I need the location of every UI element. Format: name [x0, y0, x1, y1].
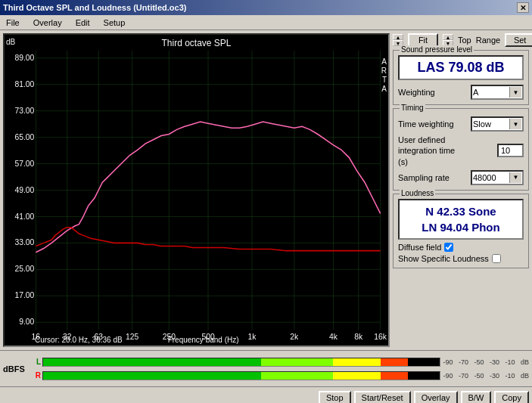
specific-loudness-label: Show Specific Loudness: [398, 254, 489, 263]
meter-seg-red-L: [381, 358, 409, 366]
meter-row-R: R -90 -70 -50 -30 -10 dB: [30, 370, 529, 382]
svg-text:1k: 1k: [247, 333, 257, 341]
loudness-line2: LN 94.04 Phon: [406, 219, 516, 235]
svg-text:81.00: 81.00: [14, 80, 34, 88]
loudness-line1: N 42.33 Sone: [406, 203, 516, 219]
svg-text:17.00: 17.00: [14, 291, 34, 299]
menu-bar: File Overlay Edit Setup: [0, 15, 532, 30]
integration-input[interactable]: [497, 144, 524, 157]
freq-label: Frequency band (Hz): [168, 336, 239, 344]
range-spin-up[interactable]: ▲: [443, 34, 453, 40]
chart-svg: 89.00 81.00 73.00 65.00 57.00 49.00 41.0…: [5, 35, 388, 346]
svg-text:2k: 2k: [290, 333, 299, 341]
menu-file[interactable]: File: [3, 17, 23, 28]
spl-panel-label: Sound pressure level: [400, 45, 474, 54]
chart-area: dB Third octave SPL ARTA: [3, 33, 390, 347]
menu-edit[interactable]: Edit: [73, 17, 93, 28]
time-weighting-row: Time weighting Slow ▼: [398, 116, 524, 132]
svg-text:16k: 16k: [374, 333, 387, 341]
loudness-panel-label: Loudness: [400, 189, 435, 197]
svg-text:25.00: 25.00: [14, 265, 34, 273]
meter-seg-green-R: [43, 372, 261, 380]
menu-overlay[interactable]: Overlay: [30, 17, 65, 28]
svg-text:9.00: 9.00: [19, 318, 34, 326]
window-title: Third Octave SPL and Loudness (Untitled.…: [3, 3, 186, 12]
dbfs-label: dBFS: [3, 364, 26, 374]
weighting-row: Weighting A ▼: [398, 85, 524, 100]
weighting-arrow[interactable]: ▼: [509, 87, 521, 98]
loudness-display: N 42.33 Sone LN 94.04 Phon: [398, 199, 524, 240]
meter-channel-R: R: [30, 371, 41, 380]
svg-text:4k: 4k: [329, 333, 338, 341]
svg-text:33.00: 33.00: [14, 238, 34, 246]
menu-setup[interactable]: Setup: [101, 17, 129, 28]
meters-container: L -90 -70 -50 -30 -10 dB R: [30, 356, 529, 382]
right-panel: ▲ ▼ Fit ▲ ▼ Top Range Set Sound pressure…: [390, 30, 532, 350]
meter-db-scale-R: -90 -70 -50 -30 -10 dB: [443, 372, 529, 380]
action-buttons: Stop Start/Reset Overlay B/W Copy: [0, 386, 532, 403]
top-label: Top: [458, 36, 471, 45]
close-button[interactable]: ✕: [517, 2, 529, 13]
meter-row-L: L -90 -70 -50 -30 -10 dB: [30, 356, 529, 368]
timing-panel-label: Timing: [400, 104, 425, 112]
overlay-button[interactable]: Overlay: [414, 391, 458, 404]
integration-row: User defined integration time (s): [398, 135, 524, 167]
sampling-label: Sampling rate: [398, 173, 450, 182]
loudness-panel: Loudness N 42.33 Sone LN 94.04 Phon Diff…: [393, 194, 529, 268]
integration-label: User defined integration time (s): [398, 135, 466, 167]
range-label: Range: [476, 36, 500, 45]
meter-db-scale-L: -90 -70 -50 -30 -10 dB: [443, 358, 529, 366]
diffuse-field-row: Diffuse field: [398, 243, 524, 252]
top-spin-up[interactable]: ▲: [393, 34, 403, 40]
meter-seg-yellow-R: [333, 372, 381, 380]
meter-seg-lime-R: [261, 372, 332, 380]
svg-text:49.00: 49.00: [14, 186, 34, 194]
meter-fill-L: [43, 358, 440, 366]
time-weighting-arrow[interactable]: ▼: [509, 119, 521, 129]
cursor-info: Cursor: 20.0 Hz, 36.36 dB: [35, 336, 123, 344]
time-weighting-value: Slow: [473, 119, 491, 129]
bottom-section: dBFS L -90 -70 -50 -30 -10 dB R: [0, 350, 532, 386]
weighting-select[interactable]: A ▼: [471, 85, 524, 100]
sampling-value: 48000: [473, 173, 496, 182]
range-spinner[interactable]: ▲ ▼: [443, 34, 453, 46]
top-spinner[interactable]: ▲ ▼: [393, 34, 403, 46]
spl-panel: Sound pressure level LAS 79.08 dB Weight…: [393, 50, 529, 105]
svg-text:73.00: 73.00: [14, 107, 34, 115]
main-layout: dB Third octave SPL ARTA: [0, 30, 532, 350]
time-weighting-label: Time weighting: [398, 119, 454, 129]
set-button[interactable]: Set: [505, 33, 532, 47]
meter-bar-L: [42, 358, 440, 367]
sampling-row: Sampling rate 48000 ▼: [398, 170, 524, 185]
start-reset-button[interactable]: Start/Reset: [354, 391, 411, 404]
weighting-label: Weighting: [398, 88, 435, 97]
svg-text:41.00: 41.00: [14, 212, 34, 221]
meter-channel-L: L: [30, 358, 41, 366]
svg-text:57.00: 57.00: [14, 160, 34, 168]
meter-seg-green-L: [43, 358, 261, 366]
specific-loudness-row: Show Specific Loudness: [398, 254, 524, 263]
meter-seg-lime-L: [261, 358, 332, 366]
time-weighting-select[interactable]: Slow ▼: [471, 116, 524, 132]
stop-button[interactable]: Stop: [319, 391, 351, 404]
svg-text:65.00: 65.00: [14, 133, 34, 141]
diffuse-field-label: Diffuse field: [398, 243, 441, 252]
timing-panel: Timing Time weighting Slow ▼ User define…: [393, 108, 529, 191]
svg-text:8k: 8k: [354, 333, 363, 341]
meter-fill-R: [43, 372, 440, 380]
diffuse-field-checkbox[interactable]: [444, 243, 453, 252]
meter-bar-R: [42, 371, 440, 380]
specific-loudness-checkbox[interactable]: [492, 254, 501, 263]
copy-button[interactable]: Copy: [494, 391, 529, 404]
weighting-value: A: [473, 88, 478, 97]
meter-seg-red-R: [381, 372, 409, 380]
sampling-arrow[interactable]: ▼: [509, 172, 521, 183]
svg-text:89.00: 89.00: [14, 54, 34, 62]
bw-button[interactable]: B/W: [461, 391, 492, 404]
sampling-select[interactable]: 48000 ▼: [471, 170, 524, 185]
meter-seg-yellow-L: [333, 358, 381, 366]
title-bar: Third Octave SPL and Loudness (Untitled.…: [0, 0, 532, 15]
spl-display: LAS 79.08 dB: [398, 55, 524, 80]
